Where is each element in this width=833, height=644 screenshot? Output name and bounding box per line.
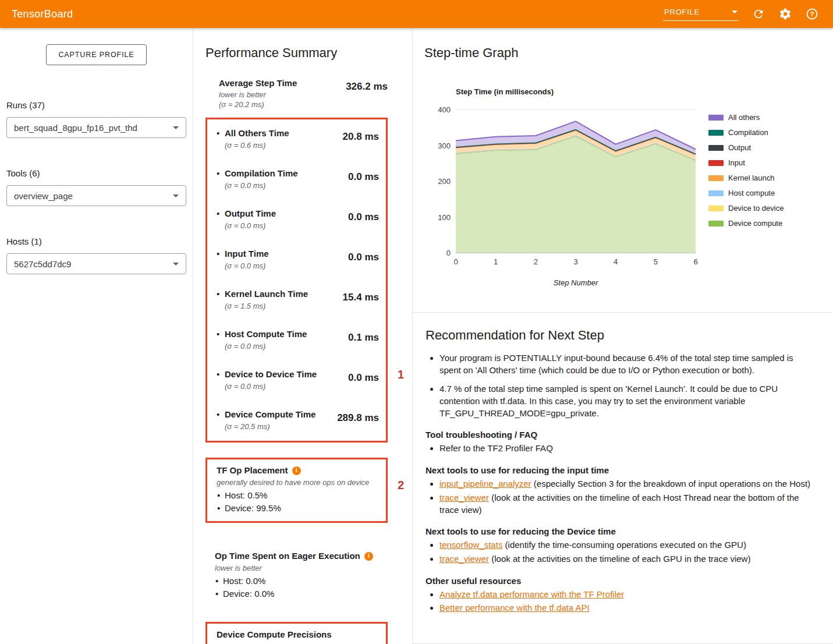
bullet-icon — [217, 128, 225, 150]
metric-value: 0.1 ms — [328, 329, 379, 351]
legend-swatch-icon — [708, 206, 724, 211]
metric-value: 0.0 ms — [328, 208, 379, 231]
metric-sigma: (σ = 20.5 ms) — [225, 422, 328, 431]
metric-main: Compilation Time (σ = 0.0 ms) — [225, 168, 328, 190]
legend-item: Input — [708, 158, 784, 167]
metric-row: All Others Time (σ = 0.6 ms) 20.8 ms — [207, 119, 386, 160]
better-performance-tfdata-link[interactable]: Better performance with the tf.data API — [439, 603, 590, 613]
metric-sigma: (σ = 0.0 ms) — [225, 342, 328, 351]
resources-heading: Other useful resources — [426, 575, 817, 587]
svg-text:0: 0 — [453, 257, 458, 266]
svg-text:200: 200 — [438, 177, 451, 186]
metric-label: Average Step Time — [219, 78, 336, 89]
legend-label: Kernel launch — [728, 174, 775, 182]
legend-label: Output — [728, 143, 751, 152]
trace-viewer-link[interactable]: trace_viewer — [439, 493, 489, 503]
block-note: generally desired to have more ops on de… — [217, 478, 378, 487]
list-item: trace_viewer (look at the activities on … — [439, 553, 814, 565]
metric-label: Output Time — [225, 208, 328, 219]
trace-viewer-link[interactable]: trace_viewer — [439, 554, 489, 564]
svg-text:1: 1 — [494, 257, 498, 266]
metric-value: 0.0 ms — [328, 168, 379, 190]
recommendation-bullet: Your program is POTENTIALLY input-bound … — [439, 352, 805, 376]
bullet-icon — [217, 168, 225, 190]
metric-sigma: (σ = 0.0 ms) — [225, 261, 328, 271]
precisions-title-row: Device Compute Precisions — [217, 629, 378, 640]
sidebar: CAPTURE PROFILE Runs (37) bert_squad_8gp… — [0, 28, 193, 644]
metric-row: Device Compute Time (σ = 20.5 ms) 289.8 … — [207, 401, 386, 441]
performance-summary-title: Performance Summary — [205, 45, 412, 61]
svg-text:5: 5 — [654, 257, 658, 266]
metric-value: 326.2 ms — [336, 78, 388, 109]
tensorboard-app: TensorBoard PROFILE ? — [0, 0, 833, 644]
hosts-select[interactable]: 5627c5dd7dc9 — [6, 253, 186, 274]
list-item: Better performance with the tf.data API — [439, 602, 814, 614]
legend-swatch-icon — [708, 115, 724, 121]
bullet-icon — [217, 249, 225, 271]
runs-select[interactable]: bert_squad_8gpu_fp16_pvt_thd — [6, 117, 186, 138]
info-icon[interactable]: i — [364, 552, 373, 561]
list-item: Analyze tf.data performance with the TF … — [439, 589, 814, 601]
metric-sigma: (σ = 20.2 ms) — [219, 100, 336, 109]
block-title-text: TF Op Placement — [217, 465, 288, 476]
input-pipeline-analyzer-link[interactable]: input_pipeline_analyzer — [439, 479, 531, 489]
tfdata-performance-link[interactable]: Analyze tf.data performance with the TF … — [439, 589, 624, 599]
help-button[interactable]: ? — [805, 7, 819, 21]
tensorflow-stats-link[interactable]: tensorflow_stats — [439, 540, 502, 550]
reload-icon — [752, 8, 765, 20]
help-icon: ? — [806, 8, 818, 20]
legend-swatch-icon — [708, 130, 724, 136]
metric-row: Host Compute Time (σ = 0.0 ms) 0.1 ms — [207, 320, 386, 360]
info-icon[interactable]: i — [292, 466, 301, 475]
runs-label: Runs (37) — [6, 100, 193, 110]
legend-swatch-icon — [708, 221, 724, 227]
legend-label: Input — [728, 158, 745, 167]
chevron-down-icon — [732, 10, 738, 13]
metric-label: Input Time — [225, 249, 328, 259]
metric-main: Device Compute Time (σ = 20.5 ms) — [225, 409, 328, 431]
legend-item: Compilation — [708, 128, 784, 137]
metric-value: 15.4 ms — [328, 289, 379, 311]
step-time-chart: 01002003004000123456Step Time (in millis… — [428, 84, 704, 289]
bullet-icon — [217, 289, 225, 311]
dashboard-select[interactable]: PROFILE — [663, 8, 739, 21]
annotation-box-3: Device Compute Precisions out of Total D… — [205, 622, 388, 644]
svg-text:Step Number: Step Number — [554, 278, 598, 287]
settings-button[interactable] — [778, 7, 792, 21]
legend-item: Device to device — [708, 204, 784, 213]
tools-select[interactable]: overview_page — [6, 185, 186, 206]
list-item: Device: 0.0% — [215, 588, 380, 600]
annotation-number-2: 2 — [398, 479, 404, 492]
runs-select-value: bert_squad_8gpu_fp16_pvt_thd — [14, 123, 137, 133]
chevron-down-icon — [173, 263, 179, 266]
legend-item: Output — [708, 143, 784, 152]
list-item: Host: 0.5% — [217, 489, 378, 501]
metric-sigma: (σ = 0.0 ms) — [225, 181, 328, 190]
metric-row: Output Time (σ = 0.0 ms) 0.0 ms — [207, 200, 386, 240]
eager-execution-block: Op Time Spent on Eager Execution i lower… — [205, 545, 388, 607]
svg-text:3: 3 — [573, 257, 577, 266]
list-item-text: (look at the activities on the timeline … — [439, 493, 799, 515]
list-item: tensorflow_stats (identify the time-cons… — [439, 539, 814, 551]
recommendation-title: Recommendation for Next Step — [426, 328, 817, 343]
metric-label: Device to Device Time — [225, 369, 328, 380]
eager-title-row: Op Time Spent on Eager Execution i — [215, 551, 380, 561]
topbar-controls: PROFILE ? — [663, 7, 819, 21]
legend-label: Host compute — [728, 189, 775, 197]
input-tools-heading: Next tools to use for reducing the input… — [426, 465, 817, 476]
list-item: Host: 0.0% — [215, 575, 380, 587]
capture-profile-button[interactable]: CAPTURE PROFILE — [46, 44, 146, 65]
hosts-select-value: 5627c5dd7dc9 — [14, 259, 71, 269]
recommendation-panel: Recommendation for Next Step Your progra… — [413, 312, 833, 644]
reload-button[interactable] — [752, 7, 765, 21]
bullet-icon — [217, 329, 225, 351]
metric-label: Compilation Time — [225, 168, 328, 179]
bullet-icon — [217, 208, 225, 231]
hosts-label: Hosts (1) — [6, 236, 193, 246]
svg-text:100: 100 — [438, 213, 451, 222]
list-item-text: (identify the time-consuming operations … — [502, 540, 746, 550]
metric-sigma: (σ = 0.6 ms) — [225, 141, 328, 150]
tools-label: Tools (6) — [6, 168, 193, 178]
step-time-graph-panel: Step-time Graph 01002003004000123456Step… — [413, 28, 833, 312]
block-title-text: Op Time Spent on Eager Execution — [215, 551, 360, 561]
